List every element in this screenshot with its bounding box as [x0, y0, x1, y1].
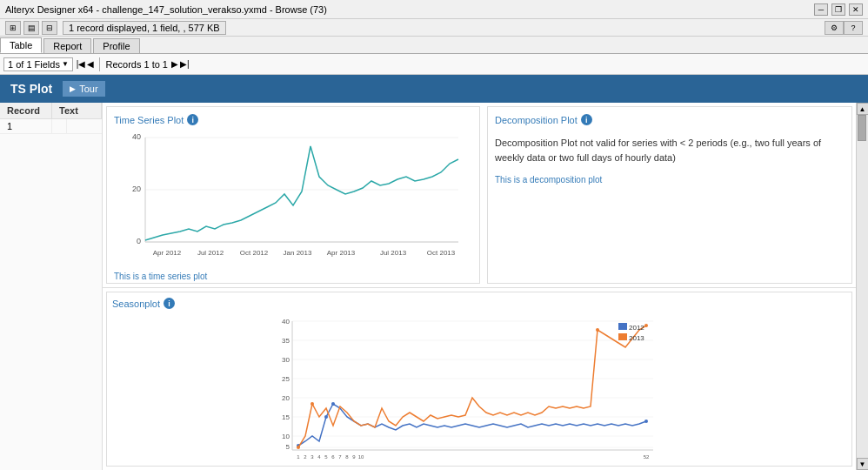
svg-text:Apr 2012: Apr 2012: [153, 249, 182, 257]
fields-label: 1 of 1 Fields: [8, 59, 60, 70]
svg-text:Apr 2013: Apr 2013: [327, 249, 356, 257]
record-cell: 1: [0, 119, 52, 133]
svg-text:20: 20: [282, 394, 290, 402]
tour-label: Tour: [79, 84, 97, 94]
info-bar: ⊞ ▤ ⊟ 1 record displayed, 1 field, , 577…: [0, 19, 868, 37]
nav-divider: [99, 57, 100, 71]
last-button[interactable]: ▶|: [180, 59, 190, 69]
svg-point-36: [644, 420, 648, 423]
svg-text:Jul 2013: Jul 2013: [380, 249, 407, 257]
svg-point-39: [596, 328, 599, 332]
tab-profile[interactable]: Profile: [93, 38, 139, 53]
title-bar: Alteryx Designer x64 - challenge_147_sol…: [0, 0, 868, 19]
svg-point-34: [324, 415, 328, 419]
decomp-info-icon[interactable]: i: [581, 114, 592, 125]
svg-text:2013: 2013: [629, 334, 644, 342]
svg-text:3: 3: [310, 454, 314, 460]
records-label: Records 1 to 1: [105, 59, 168, 70]
ts-plot-header: TS Plot ▶ Tour: [0, 75, 868, 103]
svg-text:6: 6: [331, 454, 335, 460]
time-series-chart: 40 20 0 Apr 2012 Jul 2: [114, 129, 472, 268]
svg-rect-41: [618, 323, 627, 330]
svg-text:52: 52: [644, 454, 650, 460]
svg-point-37: [297, 446, 300, 449]
grid-icon[interactable]: ⊞: [5, 21, 21, 35]
tab-report[interactable]: Report: [43, 38, 91, 53]
charts-panel: Time Series Plot i 40 20 0: [103, 103, 856, 470]
main-content: Record Text 1 Time Series Plot i 40: [0, 103, 868, 470]
settings-icon[interactable]: ⚙: [825, 21, 844, 35]
ts-chart-note: This is a time series plot: [114, 272, 472, 281]
svg-text:Oct 2012: Oct 2012: [240, 249, 269, 257]
decomp-title: Decomposition Plot i: [495, 114, 845, 125]
svg-text:20: 20: [132, 185, 141, 193]
nav-next-controls[interactable]: ▶ ▶|: [171, 59, 190, 69]
record-column-header: Record: [0, 103, 52, 118]
svg-text:35: 35: [282, 337, 290, 345]
nav-bar: 1 of 1 Fields ▼ |◀ ◀ Records 1 to 1 ▶ ▶|: [0, 54, 868, 75]
svg-text:Oct 2013: Oct 2013: [427, 249, 456, 257]
seasonplot-panel: Seasonplot i 40 35 30 25 20 15 10 5: [106, 292, 852, 467]
column-headers: Record Text: [0, 103, 102, 119]
svg-text:5: 5: [324, 454, 328, 460]
play-icon: ▶: [70, 84, 76, 93]
svg-point-38: [310, 402, 314, 406]
svg-point-35: [331, 402, 335, 406]
prev-button[interactable]: ◀: [87, 59, 94, 69]
record-panel: Record Text 1: [0, 103, 103, 470]
svg-rect-43: [618, 333, 627, 340]
decomposition-panel: Decomposition Plot i Decomposition Plot …: [487, 106, 852, 284]
svg-text:30: 30: [282, 356, 290, 364]
tabs-bar: Table Report Profile: [0, 37, 868, 54]
decomp-note: This is a decomposition plot: [495, 175, 845, 185]
svg-text:8: 8: [345, 454, 349, 460]
minimize-button[interactable]: ─: [814, 3, 828, 16]
svg-text:15: 15: [282, 413, 290, 421]
text-column-header: Text: [52, 103, 102, 118]
window-controls[interactable]: ─ ❐ ✕: [814, 3, 863, 16]
window-title: Alteryx Designer x64 - challenge_147_sol…: [5, 4, 327, 15]
layout-icon[interactable]: ⊟: [42, 21, 57, 35]
scroll-down-arrow[interactable]: ▼: [857, 458, 869, 470]
svg-text:10: 10: [358, 454, 364, 460]
first-button[interactable]: |◀: [77, 59, 86, 69]
seasonplot-title: Seasonplot i: [112, 298, 846, 309]
svg-text:2012: 2012: [629, 324, 644, 332]
svg-text:25: 25: [282, 375, 290, 383]
next-button[interactable]: ▶: [171, 59, 178, 69]
scrollbar[interactable]: ▲ ▼: [856, 103, 868, 470]
fields-select[interactable]: 1 of 1 Fields ▼: [3, 57, 73, 71]
table-icon[interactable]: ▤: [23, 21, 39, 35]
tab-table[interactable]: Table: [0, 37, 42, 53]
nav-controls[interactable]: |◀ ◀: [77, 59, 95, 69]
scroll-up-arrow[interactable]: ▲: [857, 103, 869, 115]
svg-text:9: 9: [352, 454, 356, 460]
dropdown-icon[interactable]: ▼: [62, 60, 69, 68]
seasonplot-info-icon[interactable]: i: [164, 298, 175, 309]
svg-point-40: [644, 324, 648, 327]
help-icon[interactable]: ?: [844, 21, 863, 35]
svg-text:1: 1: [297, 454, 300, 460]
tour-button[interactable]: ▶ Tour: [63, 81, 104, 97]
restore-button[interactable]: ❐: [831, 3, 845, 16]
table-row: 1: [0, 119, 102, 134]
info-text: 1 record displayed, 1 field, , 577 KB: [63, 21, 226, 35]
time-series-title: Time Series Plot i: [114, 114, 472, 125]
svg-text:0: 0: [137, 237, 141, 245]
svg-text:5: 5: [286, 443, 290, 451]
ts-info-icon[interactable]: i: [187, 114, 198, 125]
toolbar-icons[interactable]: ⊞ ▤ ⊟: [5, 21, 57, 35]
scroll-thumb[interactable]: [858, 115, 866, 141]
svg-text:40: 40: [282, 318, 290, 326]
svg-text:10: 10: [282, 433, 290, 440]
svg-text:Jul 2012: Jul 2012: [197, 249, 224, 257]
svg-text:40: 40: [132, 132, 141, 141]
svg-text:7: 7: [338, 454, 342, 460]
ts-plot-title: TS Plot: [10, 82, 52, 96]
svg-text:2: 2: [304, 454, 307, 460]
svg-text:4: 4: [317, 454, 321, 460]
close-button[interactable]: ✕: [849, 3, 863, 16]
svg-text:Jan 2013: Jan 2013: [284, 249, 312, 257]
text-cell: [52, 119, 67, 133]
scroll-track[interactable]: [857, 115, 869, 458]
